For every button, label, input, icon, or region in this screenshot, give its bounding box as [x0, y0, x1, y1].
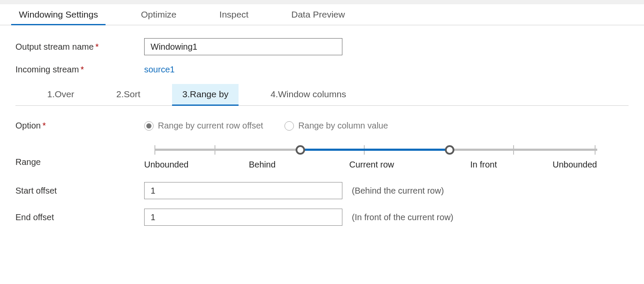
top-bar [0, 0, 644, 4]
slider-label-in-front: In front [470, 160, 497, 170]
subtab-sort[interactable]: 2.Sort [106, 84, 151, 106]
radio-label: Range by column value [298, 121, 388, 131]
subtab-range-by[interactable]: 3.Range by [172, 84, 239, 106]
slider-label-unbounded-left: Unbounded [144, 160, 188, 170]
radio-icon [144, 121, 154, 131]
slider-tick [513, 145, 514, 155]
option-radio-group: Range by current row offset Range by col… [144, 121, 388, 131]
end-offset-label: End offset [15, 212, 144, 222]
slider-label-current-row: Current row [349, 160, 394, 170]
start-offset-label: Start offset [15, 186, 144, 196]
incoming-stream-link[interactable]: source1 [144, 65, 175, 75]
sub-tab-strip: 1.Over 2.Sort 3.Range by 4.Window column… [15, 84, 629, 106]
slider-handle-end[interactable] [445, 145, 454, 155]
slider-labels: Unbounded Behind Current row In front Un… [144, 160, 608, 173]
slider-label-unbounded-right: Unbounded [553, 160, 597, 170]
range-slider[interactable]: Unbounded Behind Current row In front Un… [144, 144, 608, 173]
output-stream-name-input[interactable] [144, 38, 342, 55]
subtab-over[interactable]: 1.Over [37, 84, 85, 106]
subtab-window-columns[interactable]: 4.Window columns [260, 84, 356, 106]
slider-tick [595, 145, 596, 155]
required-asterisk: * [42, 121, 46, 130]
main-tab-strip: Windowing Settings Optimize Inspect Data… [0, 4, 644, 25]
tab-data-preview[interactable]: Data Preview [284, 4, 353, 25]
range-label: Range [15, 140, 144, 167]
tab-windowing-settings[interactable]: Windowing Settings [11, 4, 106, 25]
radio-range-by-column[interactable]: Range by column value [284, 121, 388, 131]
incoming-stream-label: Incoming stream* [15, 65, 144, 75]
slider-handle-start[interactable] [296, 145, 305, 155]
tab-inspect[interactable]: Inspect [212, 4, 256, 25]
slider-label-behind: Behind [249, 160, 275, 170]
radio-icon [284, 121, 294, 131]
end-offset-hint: (In front of the current row) [352, 212, 454, 222]
option-label: Option* [15, 121, 144, 131]
required-asterisk: * [81, 65, 84, 74]
slider-tick [215, 145, 215, 155]
radio-range-by-offset[interactable]: Range by current row offset [144, 121, 263, 131]
slider-track-active [300, 149, 450, 151]
required-asterisk: * [95, 42, 99, 51]
end-offset-input[interactable] [144, 209, 342, 226]
start-offset-hint: (Behind the current row) [352, 186, 444, 196]
radio-label: Range by current row offset [158, 121, 263, 131]
form-area: Output stream name* Incoming stream* sou… [0, 25, 644, 248]
output-stream-name-label: Output stream name* [15, 42, 144, 52]
slider-tick [154, 145, 155, 155]
tab-optimize[interactable]: Optimize [133, 4, 184, 25]
start-offset-input[interactable] [144, 182, 342, 199]
